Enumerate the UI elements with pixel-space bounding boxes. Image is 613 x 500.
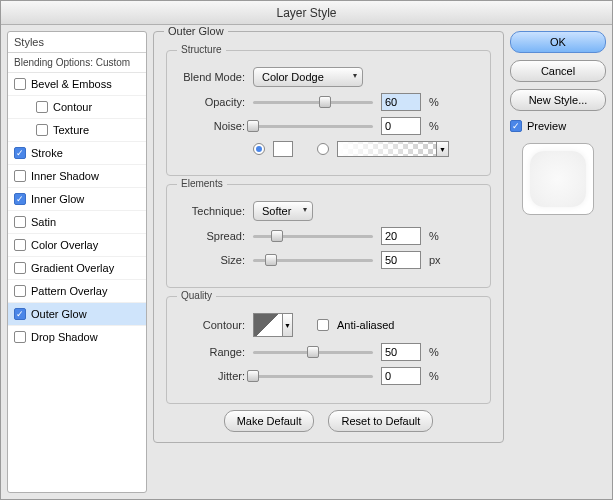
sidebar-checkbox[interactable] bbox=[36, 101, 48, 113]
sidebar-blending-options[interactable]: Blending Options: Custom bbox=[8, 53, 146, 73]
right-column: OK Cancel New Style... Preview bbox=[510, 31, 606, 493]
ok-button[interactable]: OK bbox=[510, 31, 606, 53]
technique-value: Softer bbox=[262, 205, 291, 217]
sidebar-item-inner-shadow[interactable]: Inner Shadow bbox=[8, 165, 146, 188]
size-label: Size: bbox=[179, 254, 245, 266]
reset-default-button[interactable]: Reset to Default bbox=[328, 410, 433, 432]
sidebar-item-label: Pattern Overlay bbox=[31, 285, 107, 297]
sidebar-item-bevel-emboss[interactable]: Bevel & Emboss bbox=[8, 73, 146, 96]
sidebar-item-label: Gradient Overlay bbox=[31, 262, 114, 274]
gradient-swatch-wrap: ▼ bbox=[337, 141, 449, 157]
sidebar-checkbox[interactable] bbox=[14, 262, 26, 274]
contour-wrap: ▼ bbox=[253, 313, 293, 337]
preview-checkbox[interactable] bbox=[510, 120, 522, 132]
sidebar-item-label: Drop Shadow bbox=[31, 331, 98, 343]
gradient-dropdown[interactable]: ▼ bbox=[437, 141, 449, 157]
sidebar-item-satin[interactable]: Satin bbox=[8, 211, 146, 234]
elements-legend: Elements bbox=[177, 178, 227, 189]
sidebar-item-label: Stroke bbox=[31, 147, 63, 159]
noise-unit: % bbox=[429, 120, 443, 132]
main-panel: Outer Glow Structure Blend Mode: Color D… bbox=[153, 31, 504, 493]
sidebar-item-texture[interactable]: Texture bbox=[8, 119, 146, 142]
sidebar-item-stroke[interactable]: Stroke bbox=[8, 142, 146, 165]
sidebar-item-label: Contour bbox=[53, 101, 92, 113]
contour-dropdown[interactable]: ▼ bbox=[283, 313, 293, 337]
range-unit: % bbox=[429, 346, 443, 358]
sidebar-item-contour[interactable]: Contour bbox=[8, 96, 146, 119]
new-style-button[interactable]: New Style... bbox=[510, 89, 606, 111]
sidebar-checkbox[interactable] bbox=[14, 308, 26, 320]
preview-label: Preview bbox=[527, 120, 566, 132]
sidebar-item-color-overlay[interactable]: Color Overlay bbox=[8, 234, 146, 257]
quality-group: Quality Contour: ▼ Anti-aliased Range: % bbox=[166, 296, 491, 404]
preview-thumbnail bbox=[522, 143, 594, 215]
sidebar-checkbox[interactable] bbox=[14, 170, 26, 182]
outer-glow-fieldset: Outer Glow Structure Blend Mode: Color D… bbox=[153, 31, 504, 443]
opacity-input[interactable] bbox=[381, 93, 421, 111]
noise-label: Noise: bbox=[179, 120, 245, 132]
sidebar-item-inner-glow[interactable]: Inner Glow bbox=[8, 188, 146, 211]
sidebar-item-gradient-overlay[interactable]: Gradient Overlay bbox=[8, 257, 146, 280]
structure-group: Structure Blend Mode: Color Dodge Opacit… bbox=[166, 50, 491, 176]
size-input[interactable] bbox=[381, 251, 421, 269]
range-label: Range: bbox=[179, 346, 245, 358]
sidebar-checkbox[interactable] bbox=[14, 239, 26, 251]
sidebar-checkbox[interactable] bbox=[14, 147, 26, 159]
blendmode-value: Color Dodge bbox=[262, 71, 324, 83]
contour-label: Contour: bbox=[179, 319, 245, 331]
blendmode-select[interactable]: Color Dodge bbox=[253, 67, 363, 87]
jitter-slider[interactable] bbox=[253, 369, 373, 383]
quality-legend: Quality bbox=[177, 290, 216, 301]
sidebar-item-label: Inner Shadow bbox=[31, 170, 99, 182]
styles-sidebar: Styles Blending Options: Custom Bevel & … bbox=[7, 31, 147, 493]
technique-select[interactable]: Softer bbox=[253, 201, 313, 221]
spread-input[interactable] bbox=[381, 227, 421, 245]
sidebar-checkbox[interactable] bbox=[14, 216, 26, 228]
range-input[interactable] bbox=[381, 343, 421, 361]
spread-unit: % bbox=[429, 230, 443, 242]
cancel-button[interactable]: Cancel bbox=[510, 60, 606, 82]
sidebar-item-drop-shadow[interactable]: Drop Shadow bbox=[8, 326, 146, 348]
elements-group: Elements Technique: Softer Spread: % Siz… bbox=[166, 184, 491, 288]
antialiased-checkbox[interactable] bbox=[317, 319, 329, 331]
make-default-button[interactable]: Make Default bbox=[224, 410, 315, 432]
opacity-label: Opacity: bbox=[179, 96, 245, 108]
sidebar-checkbox[interactable] bbox=[14, 331, 26, 343]
sidebar-header: Styles bbox=[8, 32, 146, 53]
sidebar-item-label: Color Overlay bbox=[31, 239, 98, 251]
sidebar-item-pattern-overlay[interactable]: Pattern Overlay bbox=[8, 280, 146, 303]
spread-label: Spread: bbox=[179, 230, 245, 242]
sidebar-item-label: Inner Glow bbox=[31, 193, 84, 205]
sidebar-checkbox[interactable] bbox=[14, 78, 26, 90]
noise-input[interactable] bbox=[381, 117, 421, 135]
color-gradient-radio[interactable] bbox=[317, 143, 329, 155]
panel-title: Outer Glow bbox=[164, 25, 228, 37]
color-solid-swatch[interactable] bbox=[273, 141, 293, 157]
sidebar-item-label: Texture bbox=[53, 124, 89, 136]
preview-blob bbox=[530, 151, 586, 207]
spread-slider[interactable] bbox=[253, 229, 373, 243]
blendmode-label: Blend Mode: bbox=[179, 71, 245, 83]
sidebar-checkbox[interactable] bbox=[14, 285, 26, 297]
sidebar-item-label: Bevel & Emboss bbox=[31, 78, 112, 90]
gradient-swatch[interactable] bbox=[337, 141, 437, 157]
sidebar-item-label: Outer Glow bbox=[31, 308, 87, 320]
opacity-slider[interactable] bbox=[253, 95, 373, 109]
range-slider[interactable] bbox=[253, 345, 373, 359]
color-solid-radio[interactable] bbox=[253, 143, 265, 155]
jitter-label: Jitter: bbox=[179, 370, 245, 382]
opacity-unit: % bbox=[429, 96, 443, 108]
contour-picker[interactable] bbox=[253, 313, 283, 337]
noise-slider[interactable] bbox=[253, 119, 373, 133]
jitter-unit: % bbox=[429, 370, 443, 382]
size-slider[interactable] bbox=[253, 253, 373, 267]
sidebar-checkbox[interactable] bbox=[14, 193, 26, 205]
sidebar-checkbox[interactable] bbox=[36, 124, 48, 136]
window-title: Layer Style bbox=[1, 1, 612, 25]
sidebar-item-outer-glow[interactable]: Outer Glow bbox=[8, 303, 146, 326]
technique-label: Technique: bbox=[179, 205, 245, 217]
size-unit: px bbox=[429, 254, 443, 266]
jitter-input[interactable] bbox=[381, 367, 421, 385]
sidebar-item-label: Satin bbox=[31, 216, 56, 228]
structure-legend: Structure bbox=[177, 44, 226, 55]
